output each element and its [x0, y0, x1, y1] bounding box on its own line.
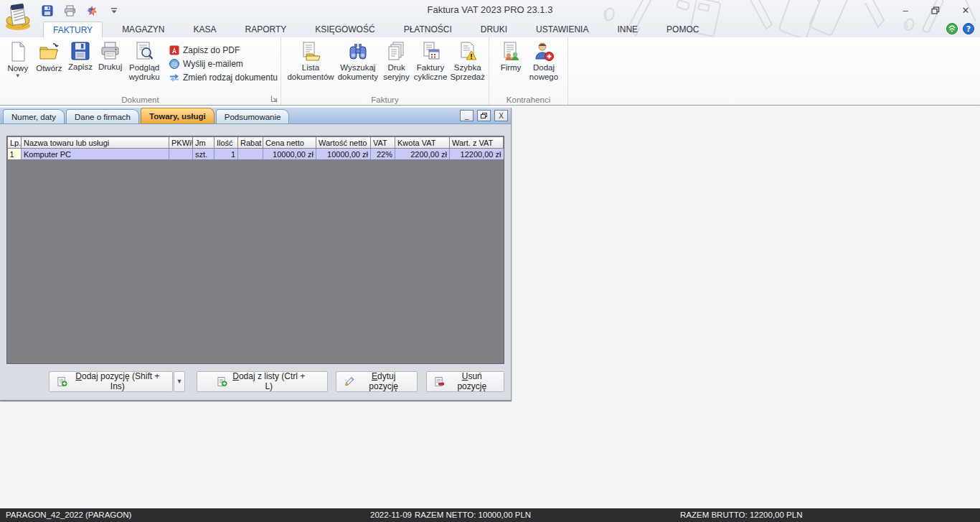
- tab-numer-daty[interactable]: Numer, daty: [3, 109, 65, 123]
- tab-towary-uslugi[interactable]: Towary, usługi: [141, 108, 215, 123]
- group-label-kontrahenci: Kontrahenci: [489, 95, 567, 104]
- add-row-icon: [57, 376, 67, 387]
- doc-minimize-button[interactable]: _: [460, 110, 473, 121]
- status-date: 2022-11-09: [370, 511, 412, 519]
- szybka-sprzedaz-label: Szybka Sprzedaż: [450, 63, 485, 82]
- dodaj-pozycje-dropdown-button[interactable]: ▼: [174, 371, 185, 392]
- edytuj-pozycje-button[interactable]: Edytuj pozycję: [336, 371, 418, 392]
- cell-vat: 22%: [371, 149, 395, 160]
- status-total-gross: RAZEM BRUTTO: 12200,00 PLN: [680, 511, 802, 519]
- col-pkwiu[interactable]: PKWiU: [169, 137, 193, 149]
- podglad-wydruku-button[interactable]: Podgląd wydruku: [126, 40, 163, 82]
- wyszukaj-dokumenty-button[interactable]: Wyszukaj dokumenty: [335, 40, 381, 82]
- ribbon-tab-inne[interactable]: INNE: [608, 22, 647, 37]
- wyslij-emailem-button[interactable]: @ Wyślij e-mailem: [169, 59, 278, 69]
- dodaj-pozycje-button[interactable]: Dodaj pozycję (Shift + Ins): [49, 371, 173, 392]
- tab-dane-o-firmach[interactable]: Dane o firmach: [66, 109, 139, 123]
- ribbon-tab-druki[interactable]: DRUKI: [471, 22, 517, 37]
- col-wart-z-vat[interactable]: Wart. z VAT: [450, 137, 504, 149]
- dodaj-z-listy-button[interactable]: Dodaj z listy (Ctrl + L): [197, 371, 328, 392]
- druk-seryjny-label: Druk seryjny: [382, 63, 411, 82]
- close-button[interactable]: ✕: [956, 3, 976, 17]
- otworz-button[interactable]: Otwórz: [34, 40, 65, 73]
- dialog-launcher-icon[interactable]: [270, 95, 278, 103]
- nowy-dropdown-arrow[interactable]: ▾: [17, 73, 20, 78]
- ribbon-group-kontrahenci: Firmy Dodaj nowego Kontrahenci: [489, 37, 568, 105]
- firmy-label: Firmy: [501, 63, 522, 73]
- items-table-container[interactable]: Lp. Nazwa towaru lub usługi PKWiU Jm Ilo…: [6, 136, 504, 364]
- ribbon-tab-pomoc[interactable]: POMOC: [657, 22, 708, 37]
- ribbon-tab-magazyn[interactable]: MAGAZYN: [113, 22, 174, 37]
- tab-podsumowanie[interactable]: Podsumowanie: [216, 109, 290, 123]
- add-from-list-icon: [217, 376, 227, 387]
- szybka-sprzedaz-button[interactable]: Szybka Sprzedaż: [450, 40, 485, 82]
- ribbon-group-dokument: Nowy ▾ Otwórz Zapisz Drukuj Podgląd wydr…: [0, 37, 281, 105]
- col-cena-netto[interactable]: Cena netto: [263, 137, 316, 149]
- cell-jm: szt.: [193, 149, 215, 160]
- col-lp[interactable]: Lp.: [8, 137, 22, 149]
- delete-row-icon: [435, 376, 445, 387]
- ribbon-tab-raporty[interactable]: RAPORTY: [235, 22, 296, 37]
- binoculars-icon: [348, 42, 368, 61]
- open-folder-icon: [39, 42, 59, 62]
- otworz-label: Otwórz: [36, 64, 62, 73]
- ribbon-tab-ksiegowosc[interactable]: KSIĘGOWOŚĆ: [306, 22, 384, 37]
- table-row[interactable]: 1 Komputer PC szt. 1 10000,00 zł 10000,0…: [8, 149, 504, 160]
- ribbon: Nowy ▾ Otwórz Zapisz Drukuj Podgląd wydr…: [0, 37, 980, 106]
- dodaj-nowego-label: Dodaj nowego: [527, 63, 560, 82]
- col-wartosc-netto[interactable]: Wartość netto: [316, 137, 371, 149]
- online-status-icon[interactable]: [946, 23, 958, 34]
- table-header-row: Lp. Nazwa towaru lub usługi PKWiU Jm Ilo…: [8, 137, 504, 149]
- email-icon: @: [169, 59, 179, 69]
- documents-list-icon: [301, 42, 321, 61]
- zapisz-do-pdf-button[interactable]: Zapisz do PDF: [169, 45, 278, 55]
- col-ilosc[interactable]: Ilość: [215, 137, 238, 149]
- faktury-cykliczne-button[interactable]: Faktury cykliczne: [413, 40, 449, 82]
- col-nazwa[interactable]: Nazwa towaru lub usługi: [22, 137, 169, 149]
- druk-seryjny-button[interactable]: Druk seryjny: [382, 40, 411, 82]
- ribbon-tab-bar: FAKTURY MAGAZYN KASA RAPORTY KSIĘGOWOŚĆ …: [43, 22, 718, 37]
- document-small-buttons: Zapisz do PDF @ Wyślij e-mailem Zmień ro…: [169, 39, 278, 83]
- status-document-name: PARAGON_42_2022 (PARAGON): [6, 511, 131, 519]
- cell-wartosc-netto: 10000,00 zł: [316, 149, 371, 160]
- help-icon[interactable]: ?: [963, 23, 974, 34]
- minimize-button[interactable]: –: [895, 3, 915, 17]
- col-rabat[interactable]: Rabat: [238, 137, 263, 149]
- pdf-icon: [169, 45, 179, 55]
- cell-cena-netto: 10000,00 zł: [263, 149, 316, 160]
- nowy-button[interactable]: Nowy ▾: [4, 40, 32, 78]
- podglad-wydruku-label: Podgląd wydruku: [126, 63, 163, 82]
- drukuj-label: Drukuj: [98, 62, 122, 72]
- ribbon-tab-ustawienia[interactable]: USTAWIENIA: [527, 22, 598, 37]
- drukuj-button[interactable]: Drukuj: [96, 40, 125, 72]
- swap-arrows-icon: [169, 73, 179, 83]
- firmy-button[interactable]: Firmy: [496, 40, 526, 73]
- ribbon-tab-faktury[interactable]: FAKTURY: [43, 22, 103, 37]
- ribbon-tab-platnosci[interactable]: PŁATNOŚCI: [395, 22, 461, 37]
- zapisz-label: Zapisz: [68, 62, 93, 72]
- cell-kwota-vat: 2200,00 zł: [395, 149, 450, 160]
- ribbon-group-faktury: Lista dokumentów Wyszukaj dokumenty Druk…: [281, 37, 489, 105]
- cell-lp: 1: [8, 149, 22, 160]
- usun-pozycje-button[interactable]: Usuń pozycję: [426, 371, 504, 392]
- document-window-controls: _ X: [460, 110, 508, 121]
- dodaj-z-listy-label: Dodaj z listy (Ctrl + L): [231, 371, 307, 391]
- doc-close-button[interactable]: X: [494, 110, 508, 121]
- item-actions-row: Dodaj pozycję (Shift + Ins) ▼ Dodaj z li…: [6, 370, 504, 392]
- lista-dokumentow-button[interactable]: Lista dokumentów: [288, 40, 334, 82]
- maximize-button[interactable]: [925, 3, 946, 17]
- zapisz-button[interactable]: Zapisz: [66, 40, 95, 72]
- col-jm[interactable]: Jm: [193, 137, 215, 149]
- usun-pozycje-label: Usuń pozycję: [448, 371, 496, 391]
- dodaj-nowego-button[interactable]: Dodaj nowego: [527, 40, 560, 82]
- chevron-down-icon: ▼: [176, 378, 182, 385]
- col-kwota-vat[interactable]: Kwota VAT: [395, 137, 450, 149]
- doc-restore-button[interactable]: [477, 110, 491, 121]
- app-logo-icon[interactable]: [3, 1, 33, 30]
- wyslij-emailem-label: Wyślij e-mailem: [183, 59, 243, 69]
- ribbon-tab-kasa[interactable]: KASA: [184, 22, 225, 37]
- zmien-rodzaj-dokumentu-button[interactable]: Zmień rodzaj dokumentu: [169, 73, 278, 83]
- recurring-invoices-icon: [420, 42, 440, 61]
- cell-pkwiu: [169, 149, 193, 160]
- col-vat[interactable]: VAT: [371, 137, 395, 149]
